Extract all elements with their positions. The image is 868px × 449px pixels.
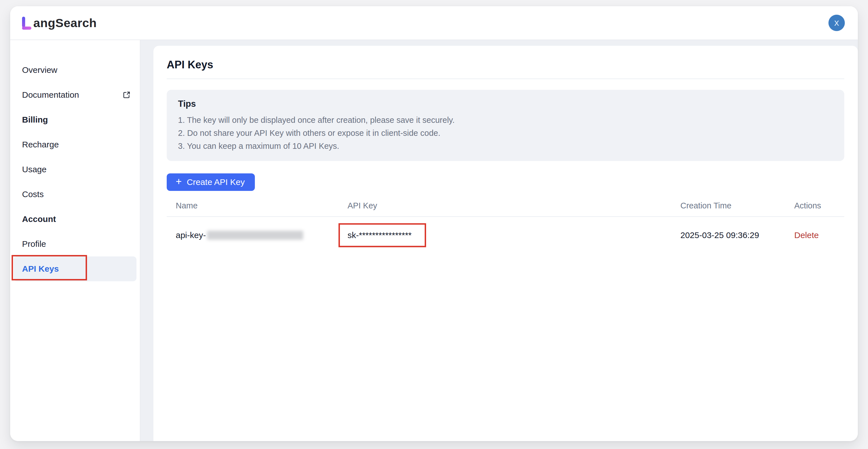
- top-header: angSearch x: [10, 6, 858, 40]
- cell-creation-time: 2025-03-25 09:36:29: [671, 230, 785, 240]
- content-panel: API Keys Tips 1. The key will only be di…: [153, 46, 858, 441]
- logo-l-horizontal-bar: [22, 27, 31, 30]
- tip-item: 1. The key will only be displayed once a…: [178, 114, 833, 127]
- sidebar-section-billing: Billing: [13, 107, 136, 132]
- table-header-name: Name: [167, 201, 339, 211]
- cell-name: api-key-: [167, 230, 339, 240]
- brand-logo-l-glyph: [22, 16, 33, 30]
- tip-item: 3. You can keep a maximum of 10 API Keys…: [178, 139, 833, 153]
- body-row: Overview Documentation Billing Recharge …: [10, 40, 858, 441]
- brand-logo: angSearch: [22, 16, 97, 30]
- title-divider: [167, 78, 844, 79]
- sidebar-item-api-keys[interactable]: API Keys: [13, 256, 136, 281]
- tip-item: 2. Do not share your API Key with others…: [178, 127, 833, 139]
- brand-wordmark: angSearch: [33, 16, 97, 30]
- api-key-name-prefix: api-key-: [176, 230, 206, 240]
- sidebar-section-account: Account: [13, 207, 136, 231]
- table-header-row: Name API Key Creation Time Actions: [167, 195, 844, 217]
- external-link-icon: [122, 91, 131, 99]
- logo-l-vertical-bar: [22, 17, 25, 27]
- create-api-key-label: Create API Key: [187, 177, 245, 187]
- app-window: angSearch x Overview Documentation Billi…: [10, 6, 858, 441]
- tips-card: Tips 1. The key will only be displayed o…: [167, 90, 844, 161]
- delete-link[interactable]: Delete: [794, 230, 819, 240]
- sidebar-item-costs[interactable]: Costs: [13, 182, 136, 207]
- sidebar-item-usage[interactable]: Usage: [13, 157, 136, 182]
- cell-api-key: sk-****************: [339, 217, 671, 254]
- table-row: api-key- sk-**************** 2025-03-25 …: [167, 217, 844, 254]
- plus-icon: +: [176, 177, 182, 188]
- create-api-key-button[interactable]: + Create API Key: [167, 173, 255, 191]
- name-redacted-blur: [207, 231, 303, 240]
- tips-list: 1. The key will only be displayed once a…: [178, 114, 833, 153]
- user-avatar[interactable]: x: [829, 15, 845, 31]
- table-header-api-key: API Key: [339, 201, 671, 211]
- content-area: API Keys Tips 1. The key will only be di…: [141, 40, 858, 441]
- table-header-actions: Actions: [785, 201, 844, 211]
- sidebar-item-profile[interactable]: Profile: [13, 231, 136, 256]
- tips-title: Tips: [178, 99, 833, 109]
- api-key-masked-value: sk-****************: [347, 230, 412, 240]
- cell-actions: Delete: [785, 230, 844, 240]
- sidebar-item-overview[interactable]: Overview: [13, 58, 136, 83]
- api-keys-table: Name API Key Creation Time Actions api-k…: [167, 195, 844, 254]
- table-header-creation-time: Creation Time: [671, 201, 785, 211]
- sidebar-item-documentation[interactable]: Documentation: [13, 83, 136, 107]
- sidebar-item-label: Documentation: [22, 90, 79, 100]
- sidebar-item-label: API Keys: [22, 264, 59, 274]
- page-title: API Keys: [167, 58, 844, 71]
- sidebar-item-recharge[interactable]: Recharge: [13, 132, 136, 157]
- sidebar-nav: Overview Documentation Billing Recharge …: [10, 40, 141, 441]
